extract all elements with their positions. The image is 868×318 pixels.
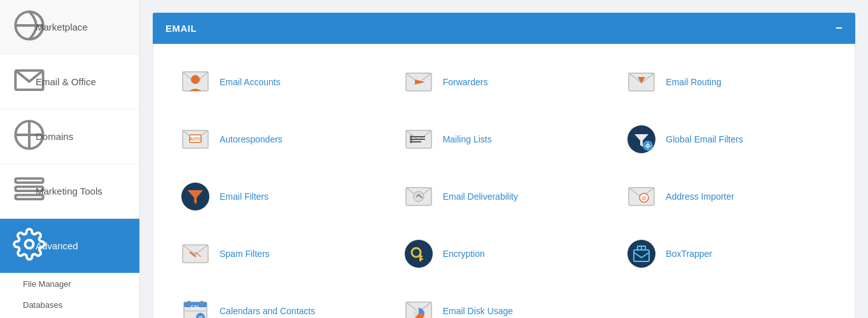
main-content: EMAIL − Email Accounts <box>140 0 868 318</box>
email-routing-label: Email Routing <box>666 77 721 87</box>
svg-rect-50 <box>200 301 203 305</box>
boxtrapper-label: BoxTrapper <box>666 249 712 259</box>
sidebar-item-email-office[interactable]: Email & Office <box>0 55 139 109</box>
svg-point-31 <box>414 191 424 202</box>
mailing-lists-icon <box>402 123 435 156</box>
spam-filters-item[interactable]: Spam Filters <box>172 228 389 279</box>
sidebar-item-marketplace[interactable]: Marketplace <box>0 0 139 55</box>
calendars-contacts-item[interactable]: CAL @ Calendars and Contacts <box>172 286 389 318</box>
mailing-lists-item[interactable]: Mailing Lists <box>396 114 613 165</box>
marketing-tools-icon <box>13 173 27 209</box>
svg-point-23 <box>410 138 412 141</box>
email-items-grid: Email Accounts Forwarders <box>172 57 836 318</box>
svg-point-10 <box>191 75 200 84</box>
sidebar: Marketplace Email & Office Domains <box>0 0 140 318</box>
sidebar-item-marketing-tools[interactable]: Marketing Tools <box>0 164 139 219</box>
marketplace-icon <box>13 9 27 45</box>
sidebar-subitem-databases[interactable]: Databases <box>0 294 139 315</box>
sidebar-item-marketplace-label: Marketplace <box>36 22 88 32</box>
address-importer-label: Address Importer <box>666 191 734 202</box>
spam-filters-label: Spam Filters <box>220 249 270 259</box>
sidebar-item-advanced[interactable]: Advanced <box>0 219 139 273</box>
email-section: EMAIL − Email Accounts <box>153 13 855 318</box>
address-importer-icon: @ <box>625 180 658 213</box>
encryption-icon <box>402 237 435 270</box>
global-email-filters-icon <box>625 123 658 156</box>
email-disk-usage-icon <box>402 294 435 318</box>
forwarders-label: Forwarders <box>443 77 488 87</box>
mailing-lists-label: Mailing Lists <box>443 134 492 144</box>
email-routing-icon <box>625 66 658 99</box>
email-section-collapse[interactable]: − <box>836 22 843 35</box>
svg-rect-41 <box>419 258 423 260</box>
email-accounts-item[interactable]: Email Accounts <box>172 57 389 107</box>
email-disk-usage-item[interactable]: Email Disk Usage <box>396 286 613 318</box>
svg-rect-5 <box>15 179 43 183</box>
svg-text:AUTO: AUTO <box>189 137 202 141</box>
sidebar-subitem-file-manager[interactable]: File Manager <box>0 273 139 294</box>
forwarders-item[interactable]: Forwarders <box>396 57 613 107</box>
email-routing-item[interactable]: Email Routing <box>619 57 836 107</box>
sidebar-item-advanced-label: Advanced <box>36 240 78 251</box>
email-accounts-label: Email Accounts <box>220 77 281 87</box>
global-email-filters-label: Global Email Filters <box>666 134 743 144</box>
svg-point-38 <box>405 240 433 268</box>
svg-rect-40 <box>419 254 421 261</box>
domains-icon <box>13 118 27 155</box>
email-office-icon <box>13 64 27 100</box>
svg-point-8 <box>25 240 34 249</box>
autoresponders-icon: AUTO <box>179 123 212 156</box>
calendars-contacts-label: Calendars and Contacts <box>220 306 315 316</box>
email-filters-icon <box>179 180 212 213</box>
forwarders-icon <box>402 66 435 99</box>
sidebar-subitem-phpmyadmin[interactable]: phpMyAdmin <box>0 315 139 318</box>
autoresponders-item[interactable]: AUTO Autoresponders <box>172 114 389 165</box>
svg-point-22 <box>410 135 412 138</box>
svg-point-43 <box>627 240 655 268</box>
email-deliverability-item[interactable]: Email Deliverability <box>396 171 613 222</box>
autoresponders-label: Autoresponders <box>220 134 283 144</box>
address-importer-item[interactable]: @ Address Importer <box>619 171 836 222</box>
svg-rect-42 <box>419 256 423 258</box>
boxtrapper-item[interactable]: BoxTrapper <box>619 228 836 279</box>
calendars-contacts-icon: CAL @ <box>179 294 212 318</box>
advanced-icon <box>13 228 27 264</box>
encryption-label: Encryption <box>443 249 485 259</box>
email-filters-label: Email Filters <box>220 191 269 202</box>
email-accounts-icon <box>179 66 212 99</box>
sidebar-item-email-office-label: Email & Office <box>36 76 96 87</box>
email-disk-usage-label: Email Disk Usage <box>443 306 513 316</box>
encryption-item[interactable]: Encryption <box>396 228 613 279</box>
sidebar-item-marketing-tools-label: Marketing Tools <box>36 186 102 197</box>
email-deliverability-label: Email Deliverability <box>443 191 518 202</box>
email-section-body: Email Accounts Forwarders <box>153 44 855 318</box>
email-deliverability-icon <box>402 180 435 213</box>
sidebar-item-domains[interactable]: Domains <box>0 109 139 164</box>
svg-text:@: @ <box>641 195 647 201</box>
svg-point-24 <box>410 141 412 143</box>
boxtrapper-icon <box>625 237 658 270</box>
svg-rect-49 <box>188 301 190 305</box>
spam-filters-icon <box>179 237 212 270</box>
sidebar-subitems: File Manager Databases phpMyAdmin FTP SS… <box>0 273 139 318</box>
svg-text:CAL: CAL <box>191 305 200 309</box>
email-section-header: EMAIL − <box>153 13 855 44</box>
email-filters-item[interactable]: Email Filters <box>172 171 389 222</box>
sidebar-item-domains-label: Domains <box>36 131 73 142</box>
email-section-title: EMAIL <box>165 23 197 34</box>
svg-text:@: @ <box>198 315 203 318</box>
global-email-filters-item[interactable]: Global Email Filters <box>619 114 836 165</box>
